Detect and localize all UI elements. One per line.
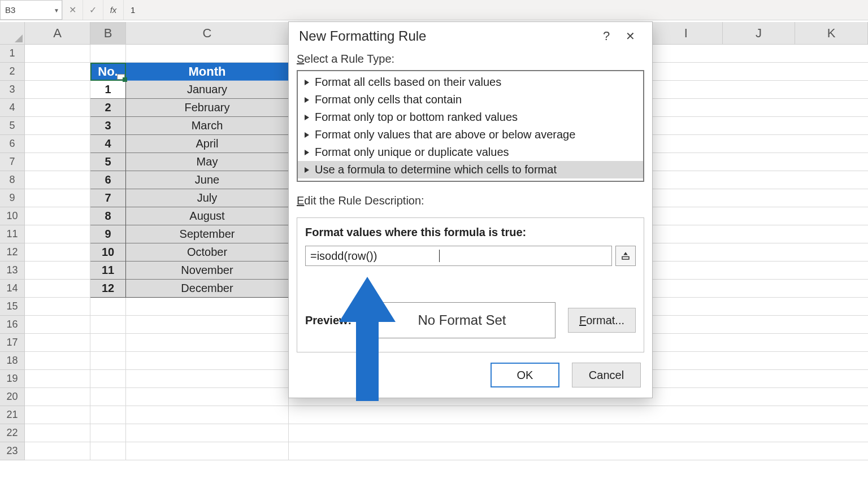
cell[interactable] (25, 316, 90, 334)
row-header[interactable]: 8 (0, 171, 25, 189)
name-box[interactable]: B3 ▼ (0, 0, 62, 20)
insert-function-button[interactable]: fx (103, 0, 123, 20)
cell[interactable] (25, 135, 90, 153)
row-header[interactable]: 16 (0, 316, 25, 334)
cell[interactable] (126, 316, 289, 334)
cell[interactable]: 10 (90, 243, 126, 262)
row-header[interactable]: 1 (0, 45, 25, 63)
rule-type-item[interactable]: Use a formula to determine which cells t… (298, 161, 643, 178)
cell[interactable]: October (126, 243, 289, 262)
cell[interactable]: January (126, 81, 289, 99)
cell[interactable]: August (126, 207, 289, 225)
cell[interactable]: Month (126, 63, 289, 81)
cell[interactable]: 1 (90, 81, 126, 99)
row-header[interactable]: 17 (0, 334, 25, 352)
cell[interactable] (25, 370, 90, 388)
help-button[interactable]: ? (594, 25, 618, 47)
cell-blank[interactable] (289, 442, 868, 460)
row-header[interactable]: 21 (0, 406, 25, 424)
rule-type-item[interactable]: Format only unique or duplicate values (298, 143, 643, 161)
column-header-c[interactable]: C (126, 22, 289, 45)
row-header[interactable]: 6 (0, 135, 25, 153)
cell[interactable]: March (126, 117, 289, 135)
row-header[interactable]: 3 (0, 81, 25, 99)
cell[interactable]: November (126, 262, 289, 280)
cell[interactable] (25, 63, 90, 81)
cell[interactable] (126, 298, 289, 316)
cell[interactable] (25, 117, 90, 135)
cell[interactable] (126, 388, 289, 406)
row-header[interactable]: 9 (0, 189, 25, 207)
cell[interactable]: No. (90, 63, 126, 81)
formula-bar-value[interactable]: 1 (123, 0, 868, 20)
cell[interactable] (25, 334, 90, 352)
cell-blank[interactable] (289, 424, 868, 442)
cell[interactable] (90, 370, 126, 388)
cell[interactable] (90, 334, 126, 352)
cell[interactable] (90, 352, 126, 370)
column-header-b[interactable]: B (90, 22, 126, 45)
cell[interactable] (90, 406, 126, 424)
cell[interactable]: September (126, 225, 289, 243)
row-header[interactable]: 18 (0, 352, 25, 370)
cell[interactable] (126, 352, 289, 370)
cell[interactable] (126, 334, 289, 352)
cell[interactable]: May (126, 153, 289, 171)
cell[interactable] (126, 370, 289, 388)
cell[interactable] (25, 262, 90, 280)
ok-button[interactable]: OK (491, 363, 559, 387)
cell[interactable] (25, 225, 90, 243)
cell[interactable] (25, 207, 90, 225)
column-header-j[interactable]: J (723, 22, 796, 45)
cell[interactable]: 11 (90, 262, 126, 280)
cell[interactable] (25, 153, 90, 171)
cell[interactable]: 5 (90, 153, 126, 171)
cell[interactable] (25, 388, 90, 406)
cell[interactable] (25, 424, 90, 442)
rule-type-item[interactable]: Format only values that are above or bel… (298, 126, 643, 143)
cell[interactable] (25, 81, 90, 99)
row-header[interactable]: 22 (0, 424, 25, 442)
cell[interactable] (126, 424, 289, 442)
cell[interactable] (25, 442, 90, 460)
cell[interactable]: 9 (90, 225, 126, 243)
row-header[interactable]: 5 (0, 117, 25, 135)
cell-blank[interactable] (289, 406, 868, 424)
cell[interactable]: December (126, 280, 289, 298)
cell[interactable] (25, 189, 90, 207)
cell[interactable] (90, 316, 126, 334)
cell[interactable] (25, 243, 90, 262)
rule-type-item[interactable]: Format only top or bottom ranked values (298, 108, 643, 126)
select-all-button[interactable] (0, 22, 25, 45)
column-header-a[interactable]: A (25, 22, 90, 45)
cell[interactable] (126, 406, 289, 424)
row-header[interactable]: 23 (0, 442, 25, 460)
cell[interactable]: 12 (90, 280, 126, 298)
row-header[interactable]: 13 (0, 262, 25, 280)
cell[interactable] (25, 406, 90, 424)
format-button[interactable]: Format... (568, 308, 636, 333)
cell[interactable] (25, 280, 90, 298)
cell[interactable] (25, 99, 90, 117)
row-header[interactable]: 14 (0, 280, 25, 298)
cell[interactable] (25, 298, 90, 316)
cell[interactable]: 4 (90, 135, 126, 153)
row-header[interactable]: 7 (0, 153, 25, 171)
cell[interactable]: 6 (90, 171, 126, 189)
cell[interactable]: February (126, 99, 289, 117)
cell[interactable]: 8 (90, 207, 126, 225)
cell[interactable] (126, 442, 289, 460)
rule-type-item[interactable]: Format only cells that contain (298, 91, 643, 108)
accept-formula-button[interactable]: ✓ (83, 0, 103, 20)
row-header[interactable]: 10 (0, 207, 25, 225)
cell[interactable] (90, 45, 126, 63)
cell[interactable]: 2 (90, 99, 126, 117)
cell[interactable]: 7 (90, 189, 126, 207)
column-header-i[interactable]: I (650, 22, 723, 45)
cell[interactable] (90, 442, 126, 460)
cell[interactable] (25, 45, 90, 63)
row-header[interactable]: 4 (0, 99, 25, 117)
rule-type-list[interactable]: Format all cells based on their valuesFo… (297, 70, 644, 182)
row-header[interactable]: 20 (0, 388, 25, 406)
cell[interactable] (126, 45, 289, 63)
